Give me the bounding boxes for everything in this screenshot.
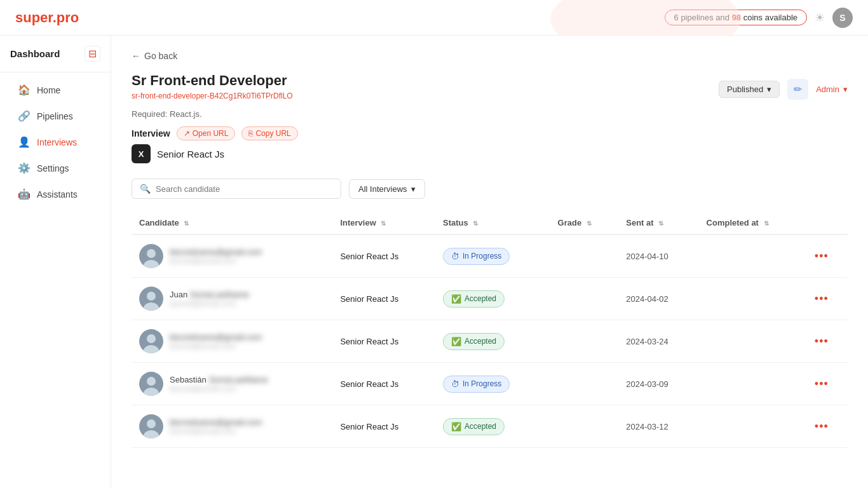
status-badge: ⏱ In Progress: [443, 248, 510, 265]
topnav-right: 6 pipelines and 98 coins available ☀ S: [665, 8, 853, 28]
table-row: blurredname@gmail.comblurred@email.com S…: [132, 405, 848, 448]
logo: super.pro: [15, 10, 79, 26]
coins-number: 98: [732, 13, 741, 22]
svg-point-10: [147, 377, 156, 386]
actions-cell: •••: [807, 405, 848, 448]
sidebar-item-assistants[interactable]: 🤖 Assistants: [5, 182, 105, 207]
actions-cell: •••: [807, 320, 848, 363]
chevron-down-icon: ▾: [767, 85, 771, 94]
col-sent-at[interactable]: Sent at ⇅: [618, 212, 698, 234]
more-options-button[interactable]: •••: [815, 377, 829, 391]
settings-icon: ⚙️: [18, 162, 31, 174]
actions-cell: •••: [807, 234, 848, 278]
col-status[interactable]: Status ⇅: [435, 212, 550, 234]
pencil-icon: ✏: [794, 84, 802, 95]
svg-point-7: [147, 334, 156, 343]
candidate-avatar: [139, 244, 163, 268]
status-icon: ✅: [451, 294, 461, 304]
interview-name-row: X Senior React Js: [132, 144, 848, 163]
candidate-avatar: [139, 329, 163, 353]
interview-label: Interview: [132, 128, 170, 139]
status-icon: ✅: [451, 337, 461, 346]
interview-name-text: Senior React Js: [157, 149, 224, 159]
grade-cell: [550, 234, 619, 278]
all-interviews-filter-button[interactable]: All Interviews ▾: [349, 179, 425, 199]
edit-button[interactable]: ✏: [787, 79, 808, 100]
candidate-cell: blurredname@gmail.comblurred@email.com: [132, 405, 332, 448]
actions-cell: •••: [807, 363, 848, 405]
open-url-label: Open URL: [193, 129, 229, 138]
status-cell: ✅ Accepted: [435, 405, 550, 448]
sidebar-title: Dashboard: [10, 48, 60, 59]
table-row: Sebastián SomeLastNameblurred@email.com …: [132, 363, 848, 405]
interview-cell: Senior React Js: [332, 278, 435, 320]
status-cell: ✅ Accepted: [435, 278, 550, 320]
table-body: blurredname@gmail.comblurred@email.com S…: [132, 234, 848, 448]
sidebar: Dashboard ⊟ 🏠 Home 🔗 Pipelines 👤 Intervi…: [0, 36, 111, 488]
status-icon: ✅: [451, 422, 461, 431]
interview-initial: X: [139, 149, 144, 159]
coins-badge: 6 pipelines and 98 coins available: [665, 10, 807, 25]
sent-at-cell: 2024-03-24: [618, 320, 698, 363]
coins-prefix: 6 pipelines and: [674, 13, 732, 22]
status-badge: ⏱ In Progress: [443, 376, 510, 393]
table-header: Candidate ⇅ Interview ⇅ Status ⇅ Grade ⇅…: [132, 212, 848, 234]
sent-at-cell: 2024-03-09: [618, 363, 698, 405]
status-cell: ⏱ In Progress: [435, 363, 550, 405]
main-content: ← Go back Sr Front-end Developer sr-fron…: [111, 36, 868, 488]
job-slug[interactable]: sr-front-end-developer-B42Cg1Rk0Ti6TPrDf…: [132, 92, 293, 100]
avatar[interactable]: S: [832, 8, 853, 28]
sidebar-item-label: Settings: [37, 163, 69, 173]
more-options-button[interactable]: •••: [815, 335, 829, 348]
go-back-link[interactable]: ← Go back: [132, 51, 848, 61]
sidebar-item-home[interactable]: 🏠 Home: [5, 78, 105, 102]
candidate-info: Sebastián SomeLastNameblurred@email.com: [170, 375, 268, 393]
candidate-avatar: [139, 287, 163, 311]
col-interview[interactable]: Interview ⇅: [332, 212, 435, 234]
sidebar-item-label: Assistants: [37, 189, 78, 200]
grade-cell: [550, 405, 619, 448]
pipelines-icon: 🔗: [18, 110, 31, 122]
sidebar-collapse-button[interactable]: ⊟: [85, 46, 100, 62]
sidebar-item-pipelines[interactable]: 🔗 Pipelines: [5, 104, 105, 128]
col-completed-at[interactable]: Completed at ⇅: [699, 212, 807, 234]
sidebar-item-label: Interviews: [37, 137, 77, 147]
candidate-info: blurredname@gmail.comblurred@email.com: [170, 332, 262, 351]
candidate-cell: Juan SomeLastNameblurred@email.com: [132, 278, 332, 320]
logo-accent: pro: [57, 10, 79, 25]
table-row: blurredname@gmail.comblurred@email.com S…: [132, 234, 848, 278]
copy-url-button[interactable]: ⎘ Copy URL: [241, 126, 297, 140]
copy-url-label: Copy URL: [255, 129, 290, 138]
candidate-avatar: [139, 414, 163, 438]
sent-at-cell: 2024-03-12: [618, 405, 698, 448]
admin-button[interactable]: Admin ▾: [816, 85, 848, 94]
more-options-button[interactable]: •••: [815, 250, 829, 263]
sidebar-item-settings[interactable]: ⚙️ Settings: [5, 156, 105, 180]
filter-row: 🔍 All Interviews ▾: [132, 179, 848, 199]
job-required: Required: React.js.: [132, 109, 848, 119]
completed-at-cell: [699, 320, 807, 363]
published-button[interactable]: Published ▾: [719, 81, 780, 98]
status-badge: ✅ Accepted: [443, 418, 505, 435]
col-candidate[interactable]: Candidate ⇅: [132, 212, 332, 234]
open-url-button[interactable]: ↗ Open URL: [177, 126, 236, 140]
more-options-button[interactable]: •••: [815, 292, 829, 306]
more-options-button[interactable]: •••: [815, 420, 829, 433]
sidebar-item-interviews[interactable]: 👤 Interviews: [5, 130, 105, 154]
grade-cell: [550, 320, 619, 363]
sidebar-header: Dashboard ⊟: [0, 46, 111, 72]
candidate-avatar: [139, 372, 163, 396]
status-cell: ✅ Accepted: [435, 320, 550, 363]
col-grade[interactable]: Grade ⇅: [550, 212, 619, 234]
interview-cell: Senior React Js: [332, 234, 435, 278]
chevron-down-icon-admin: ▾: [843, 85, 848, 94]
search-input[interactable]: [156, 184, 333, 194]
completed-at-cell: [699, 234, 807, 278]
job-title-block: Sr Front-end Developer sr-front-end-deve…: [132, 72, 293, 105]
search-box[interactable]: 🔍: [132, 179, 341, 199]
published-label: Published: [727, 85, 763, 94]
admin-label: Admin: [816, 85, 839, 94]
theme-toggle-icon[interactable]: ☀: [815, 11, 825, 25]
svg-point-4: [147, 292, 156, 301]
candidates-table: Candidate ⇅ Interview ⇅ Status ⇅ Grade ⇅…: [132, 212, 848, 448]
